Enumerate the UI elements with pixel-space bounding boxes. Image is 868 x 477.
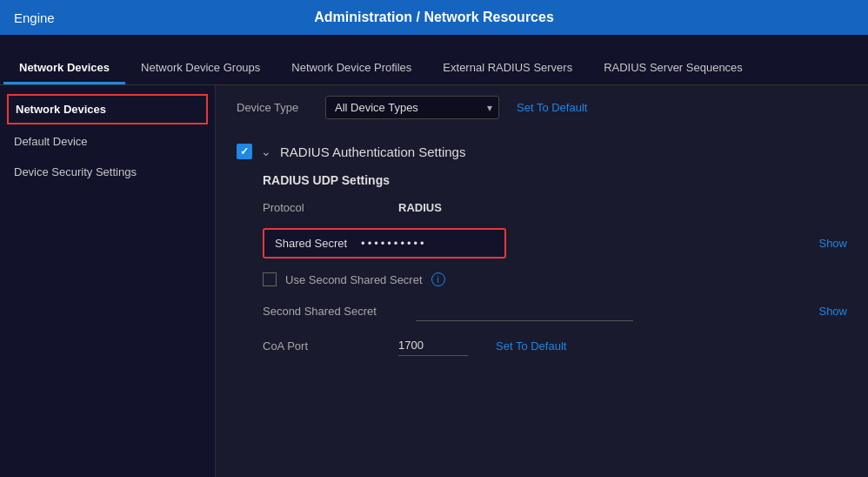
second-shared-secret-checkbox[interactable] xyxy=(263,272,277,286)
sidebar-item-device-security-settings[interactable]: Device Security Settings xyxy=(0,157,215,187)
second-shared-secret-label: Use Second Shared Secret xyxy=(285,273,423,286)
page-title: Administration / Network Resources xyxy=(314,10,554,25)
shared-secret-row: Shared Secret •••••••••• Show xyxy=(263,228,847,259)
device-type-row: Device Type All Device Types ▾ Set To De… xyxy=(237,96,847,126)
tab-network-devices[interactable]: Network Devices xyxy=(3,52,125,84)
set-to-default-link[interactable]: Set To Default xyxy=(517,101,587,114)
radius-auth-section-title: RADIUS Authentication Settings xyxy=(280,144,465,159)
tab-radius-server-sequences[interactable]: RADIUS Server Sequences xyxy=(588,52,758,84)
shared-secret-label: Shared Secret xyxy=(275,237,347,250)
device-type-select-wrapper: All Device Types ▾ xyxy=(325,96,499,119)
shared-secret-wrapper: Shared Secret •••••••••• xyxy=(263,228,506,259)
nav-tabs: Network Devices Network Device Groups Ne… xyxy=(0,35,868,85)
top-bar: Engine Administration / Network Resource… xyxy=(0,0,868,35)
content-area: Device Type All Device Types ▾ Set To De… xyxy=(216,85,868,477)
coa-port-label: CoA Port xyxy=(263,339,384,353)
tab-external-radius-servers[interactable]: External RADIUS Servers xyxy=(427,52,588,84)
tab-network-device-groups[interactable]: Network Device Groups xyxy=(125,52,276,84)
show-shared-secret-link[interactable]: Show xyxy=(818,237,847,250)
chevron-icon[interactable]: ⌄ xyxy=(261,144,271,158)
main-layout: Network Devices Default Device Device Se… xyxy=(0,85,868,477)
protocol-value: RADIUS xyxy=(398,201,442,214)
app-name: Engine xyxy=(14,10,55,25)
protocol-row: Protocol RADIUS xyxy=(263,201,847,214)
show-second-shared-secret-link[interactable]: Show xyxy=(818,305,847,318)
shared-secret-dots: •••••••••• xyxy=(361,237,494,250)
checkmark-icon: ✓ xyxy=(240,145,249,158)
device-type-select[interactable]: All Device Types xyxy=(325,96,499,119)
use-second-shared-secret-row: Use Second Shared Secret i xyxy=(263,272,847,286)
radius-udp-settings-title: RADIUS UDP Settings xyxy=(263,173,847,187)
form-subsection: RADIUS UDP Settings Protocol RADIUS Shar… xyxy=(263,173,847,356)
second-shared-secret-input[interactable] xyxy=(416,300,633,321)
radius-auth-section-header: ✓ ⌄ RADIUS Authentication Settings xyxy=(237,144,847,159)
radius-auth-checkbox[interactable]: ✓ xyxy=(237,144,252,159)
coa-port-input[interactable] xyxy=(398,335,468,356)
protocol-label: Protocol xyxy=(263,201,384,214)
coa-port-row: CoA Port Set To Default xyxy=(263,335,847,356)
tab-network-device-profiles[interactable]: Network Device Profiles xyxy=(276,52,427,84)
coa-port-set-to-default-link[interactable]: Set To Default xyxy=(496,339,566,353)
info-icon[interactable]: i xyxy=(431,272,445,286)
second-shared-secret-row: Second Shared Secret Show xyxy=(263,300,847,321)
second-shared-secret-field-label: Second Shared Secret xyxy=(263,305,402,318)
sidebar-item-network-devices[interactable]: Network Devices xyxy=(7,94,208,124)
sidebar: Network Devices Default Device Device Se… xyxy=(0,85,216,477)
sidebar-item-default-device[interactable]: Default Device xyxy=(0,126,215,157)
device-type-label: Device Type xyxy=(237,101,315,114)
